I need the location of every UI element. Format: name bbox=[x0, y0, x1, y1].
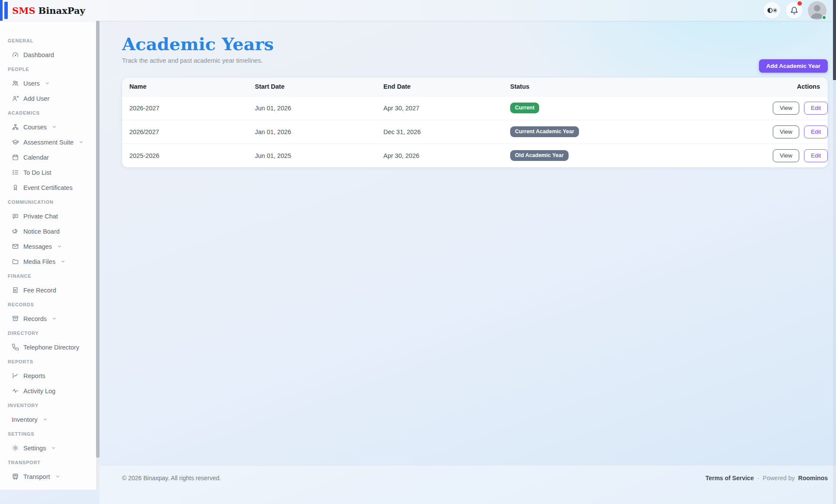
window-scrollbar[interactable] bbox=[833, 0, 836, 504]
cell-start-date: Jun 01, 2025 bbox=[248, 144, 376, 167]
sidebar-item-media-files[interactable]: Media Files bbox=[0, 254, 96, 269]
sidebar-section-records: RECORDS bbox=[0, 298, 96, 311]
view-button[interactable]: View bbox=[773, 102, 799, 115]
table-row: 2025-2026 Jun 01, 2025 Apr 30, 2026 Old … bbox=[122, 144, 828, 167]
sidebar-item-telephone-directory[interactable]: Telephone Directory bbox=[0, 340, 96, 355]
chevron-down-icon bbox=[45, 81, 50, 86]
sidebar-item-fee-record[interactable]: Fee Record bbox=[0, 282, 96, 298]
sidebar-item-label: Private Chat bbox=[23, 213, 58, 220]
cell-name: 2026/2027 bbox=[122, 120, 248, 144]
sidebar-item-notice-board[interactable]: Notice Board bbox=[0, 224, 96, 239]
footer-separator: · bbox=[757, 475, 759, 482]
chevron-down-icon bbox=[57, 244, 62, 249]
sidebar-item-label: Dashboard bbox=[23, 51, 54, 58]
sidebar-item-records[interactable]: Records bbox=[0, 311, 96, 326]
view-button[interactable]: View bbox=[773, 149, 799, 162]
gauge-icon bbox=[12, 51, 19, 58]
academic-years-table: Name Start Date End Date Status Actions … bbox=[122, 77, 828, 167]
chevron-down-icon bbox=[79, 140, 84, 144]
sidebar-item-private-chat[interactable]: Private Chat bbox=[0, 209, 96, 224]
sidebar-section-directory: DIRECTORY bbox=[0, 326, 96, 340]
sidebar-item-inventory[interactable]: Inventory bbox=[0, 412, 96, 427]
chevron-down-icon bbox=[52, 125, 57, 129]
notifications-button[interactable] bbox=[786, 2, 802, 19]
sidebar-section-reports: REPORTS bbox=[0, 355, 96, 368]
cell-end-date: Apr 30, 2027 bbox=[376, 96, 503, 120]
award-icon bbox=[12, 184, 19, 191]
theme-toggle-button[interactable] bbox=[764, 2, 780, 19]
sidebar-item-label: Records bbox=[23, 315, 47, 322]
checklist-icon bbox=[12, 169, 19, 176]
sidebar-item-dashboard[interactable]: Dashboard bbox=[0, 47, 96, 62]
sidebar-item-label: Inventory bbox=[12, 416, 38, 423]
sidebar-item-reports[interactable]: Reports bbox=[0, 368, 96, 383]
sidebar-item-event-certificates[interactable]: Event Certificates bbox=[0, 180, 96, 195]
topbar: SMS BinaxPay bbox=[0, 0, 836, 21]
sidebar-item-label: Fee Record bbox=[23, 287, 56, 294]
edit-button[interactable]: Edit bbox=[804, 102, 828, 115]
copyright-text: © 2026 Binaxpay. All rights reserved. bbox=[122, 475, 221, 482]
brand-logo[interactable]: SMS BinaxPay bbox=[0, 0, 85, 21]
cell-end-date: Dec 31, 2026 bbox=[376, 120, 503, 144]
page-title: Academic Years bbox=[122, 34, 828, 55]
sidebar-item-settings[interactable]: Settings bbox=[0, 440, 96, 456]
receipt-icon bbox=[12, 286, 19, 294]
sidebar-section-transport: TRANSPORT bbox=[0, 456, 96, 469]
user-avatar[interactable] bbox=[808, 1, 826, 20]
cell-start-date: Jun 01, 2026 bbox=[248, 96, 376, 120]
view-button[interactable]: View bbox=[773, 125, 799, 138]
sidebar-item-users[interactable]: Users bbox=[0, 76, 96, 91]
users-icon bbox=[12, 80, 19, 87]
notification-badge-dot bbox=[797, 1, 802, 6]
status-badge: Current Academic Year bbox=[510, 126, 579, 137]
chevron-down-icon bbox=[61, 259, 65, 264]
sidebar-item-label: Users bbox=[23, 80, 40, 87]
online-status-dot bbox=[822, 15, 826, 20]
add-academic-year-button[interactable]: Add Academic Year bbox=[759, 59, 828, 73]
sidebar-item-assessment-suite[interactable]: Assessment Suite bbox=[0, 135, 96, 150]
sidebar-item-label: Settings bbox=[23, 445, 46, 452]
graduation-cap-icon bbox=[12, 138, 19, 146]
cell-end-date: Apr 30, 2026 bbox=[376, 144, 503, 167]
sidebar-section-people: PEOPLE bbox=[0, 62, 96, 76]
sidebar-item-to-do-list[interactable]: To Do List bbox=[0, 165, 96, 180]
sidebar-section-inventory: INVENTORY bbox=[0, 398, 96, 412]
sidebar-item-messages[interactable]: Messages bbox=[0, 239, 96, 254]
chevron-down-icon bbox=[52, 316, 57, 321]
table-header-row: Name Start Date End Date Status Actions bbox=[122, 77, 828, 96]
archive-icon bbox=[12, 315, 19, 322]
academic-years-card: Name Start Date End Date Status Actions … bbox=[122, 77, 828, 167]
sidebar-item-activity-log[interactable]: Activity Log bbox=[0, 383, 96, 398]
column-header-end-date: End Date bbox=[376, 77, 503, 96]
sidebar-item-label: Notice Board bbox=[23, 228, 60, 235]
footer: © 2026 Binaxpay. All rights reserved. Te… bbox=[100, 465, 836, 504]
chevron-down-icon bbox=[43, 417, 48, 422]
sitemap-icon bbox=[12, 123, 19, 131]
sidebar-item-add-user[interactable]: Add User bbox=[0, 91, 96, 106]
edit-button[interactable]: Edit bbox=[804, 125, 828, 138]
chevron-down-icon bbox=[51, 446, 56, 450]
status-badge: Old Academic Year bbox=[510, 150, 569, 161]
sidebar-scrollbar-thumb[interactable] bbox=[96, 21, 100, 458]
sidebar-item-transport[interactable]: Transport bbox=[0, 469, 96, 484]
table-row: 2026-2027 Jun 01, 2026 Apr 30, 2027 Curr… bbox=[122, 96, 828, 120]
sidebar-item-label: Media Files bbox=[23, 258, 55, 265]
sidebar-section-academics: ACADEMICS bbox=[0, 106, 96, 119]
sidebar-item-calendar[interactable]: Calendar bbox=[0, 150, 96, 165]
sidebar-scrollbar[interactable] bbox=[96, 21, 100, 490]
sidebar-item-label: Reports bbox=[23, 372, 45, 379]
window-scrollbar-thumb[interactable] bbox=[833, 0, 836, 80]
phone-icon bbox=[12, 343, 19, 351]
column-header-actions: Actions bbox=[762, 77, 828, 96]
sidebar-item-courses[interactable]: Courses bbox=[0, 119, 96, 135]
column-header-status: Status bbox=[503, 77, 762, 96]
activity-icon bbox=[12, 387, 19, 395]
brand-prefix: SMS bbox=[12, 5, 35, 16]
line-chart-icon bbox=[12, 372, 19, 379]
table-row: 2026/2027 Jan 01, 2026 Dec 31, 2026 Curr… bbox=[122, 120, 828, 144]
edit-button[interactable]: Edit bbox=[804, 149, 828, 162]
sidebar-item-label: Telephone Directory bbox=[23, 344, 79, 351]
app-root: SMS BinaxPay bbox=[0, 0, 836, 504]
terms-of-service-link[interactable]: Terms of Service bbox=[705, 475, 754, 482]
vendor-name: Roominos bbox=[798, 475, 828, 482]
